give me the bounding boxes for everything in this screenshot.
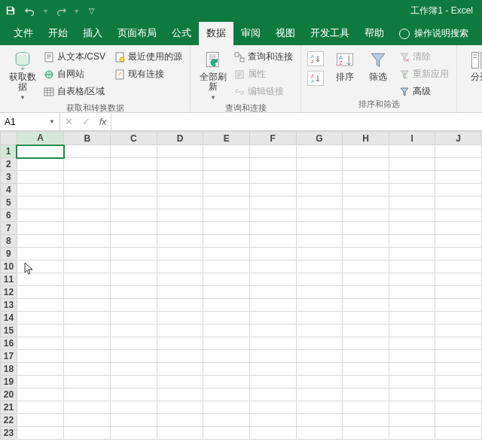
- cell[interactable]: [249, 401, 296, 414]
- row-header[interactable]: 9: [1, 248, 17, 261]
- cell[interactable]: [249, 197, 296, 209]
- cell[interactable]: [111, 184, 157, 197]
- existing-conn-button[interactable]: 现有连接: [113, 67, 184, 81]
- cell[interactable]: [17, 158, 64, 171]
- cell[interactable]: [389, 145, 435, 158]
- cell[interactable]: [64, 325, 111, 337]
- cell[interactable]: [64, 184, 111, 197]
- cell[interactable]: [296, 376, 343, 389]
- cell[interactable]: [296, 299, 343, 312]
- cell[interactable]: [17, 261, 64, 273]
- cell[interactable]: [249, 171, 296, 184]
- select-all-corner[interactable]: [1, 132, 17, 145]
- tab-数据[interactable]: 数据: [199, 22, 233, 45]
- cell[interactable]: [343, 363, 389, 376]
- cell[interactable]: [435, 363, 482, 376]
- customize-qat-icon[interactable]: ▽: [86, 5, 98, 17]
- row-header[interactable]: 8: [1, 235, 17, 248]
- queries-button[interactable]: 查询和连接: [233, 50, 294, 64]
- cell[interactable]: [249, 158, 296, 171]
- cell[interactable]: [17, 171, 64, 184]
- cell[interactable]: [157, 312, 203, 325]
- cell[interactable]: [203, 145, 250, 158]
- cell[interactable]: [343, 209, 389, 222]
- advanced-button[interactable]: 高级: [398, 84, 450, 99]
- cell[interactable]: [249, 184, 296, 197]
- cell[interactable]: [343, 389, 389, 401]
- cell[interactable]: [64, 389, 111, 401]
- cell[interactable]: [296, 222, 343, 235]
- cell[interactable]: [343, 414, 389, 427]
- cell[interactable]: [17, 145, 64, 158]
- tab-帮助[interactable]: 帮助: [357, 22, 392, 45]
- cell[interactable]: [111, 376, 157, 389]
- cell[interactable]: [111, 261, 157, 273]
- cell[interactable]: [17, 389, 64, 401]
- cell[interactable]: [203, 197, 250, 209]
- cell[interactable]: [111, 325, 157, 337]
- cell[interactable]: [111, 337, 157, 350]
- cell[interactable]: [111, 401, 157, 414]
- cell[interactable]: [296, 427, 343, 440]
- cell[interactable]: [435, 376, 482, 389]
- cell[interactable]: [111, 171, 157, 184]
- cell[interactable]: [389, 261, 435, 273]
- cell[interactable]: [343, 222, 389, 235]
- chevron-down-icon[interactable]: ▼: [49, 118, 55, 125]
- cell[interactable]: [203, 184, 250, 197]
- cell[interactable]: [203, 273, 250, 286]
- cell[interactable]: [203, 337, 250, 350]
- cell[interactable]: [203, 158, 250, 171]
- cell[interactable]: [157, 376, 203, 389]
- cell[interactable]: [111, 248, 157, 261]
- cell[interactable]: [389, 350, 435, 363]
- cell[interactable]: [389, 222, 435, 235]
- cell[interactable]: [17, 197, 64, 209]
- cell[interactable]: [435, 171, 482, 184]
- filter-button[interactable]: 筛选: [362, 48, 395, 82]
- cell[interactable]: [64, 376, 111, 389]
- cell[interactable]: [343, 312, 389, 325]
- cell[interactable]: [435, 389, 482, 401]
- cell[interactable]: [249, 337, 296, 350]
- column-header[interactable]: D: [157, 132, 203, 145]
- cell[interactable]: [64, 248, 111, 261]
- cell[interactable]: [111, 363, 157, 376]
- row-header[interactable]: 6: [1, 209, 17, 222]
- tab-插入[interactable]: 插入: [75, 22, 110, 45]
- cell[interactable]: [389, 158, 435, 171]
- cell[interactable]: [17, 363, 64, 376]
- sort-desc-button[interactable]: ZA: [307, 71, 324, 86]
- cell[interactable]: [435, 235, 482, 248]
- cell[interactable]: [203, 325, 250, 337]
- cell[interactable]: [64, 337, 111, 350]
- cell[interactable]: [111, 312, 157, 325]
- cell[interactable]: [343, 261, 389, 273]
- cell[interactable]: [249, 312, 296, 325]
- row-header[interactable]: 16: [1, 337, 17, 350]
- cell[interactable]: [435, 312, 482, 325]
- cell[interactable]: [64, 312, 111, 325]
- cell[interactable]: [389, 299, 435, 312]
- cell[interactable]: [64, 197, 111, 209]
- cell[interactable]: [17, 299, 64, 312]
- column-header[interactable]: C: [111, 132, 157, 145]
- sort-button[interactable]: AZ 排序: [328, 48, 362, 82]
- cell[interactable]: [343, 273, 389, 286]
- cell[interactable]: [157, 261, 203, 273]
- column-header[interactable]: H: [343, 132, 389, 145]
- cell[interactable]: [17, 209, 64, 222]
- get-data-button[interactable]: 获取数据 ▼: [6, 48, 39, 102]
- row-header[interactable]: 3: [1, 171, 17, 184]
- cell[interactable]: [111, 222, 157, 235]
- cell[interactable]: [64, 222, 111, 235]
- cell[interactable]: [249, 261, 296, 273]
- cell[interactable]: [435, 299, 482, 312]
- cell[interactable]: [64, 209, 111, 222]
- cell[interactable]: [296, 389, 343, 401]
- cell[interactable]: [249, 145, 296, 158]
- sort-asc-button[interactable]: AZ: [307, 51, 324, 66]
- cell[interactable]: [157, 389, 203, 401]
- cell[interactable]: [17, 312, 64, 325]
- cell[interactable]: [343, 299, 389, 312]
